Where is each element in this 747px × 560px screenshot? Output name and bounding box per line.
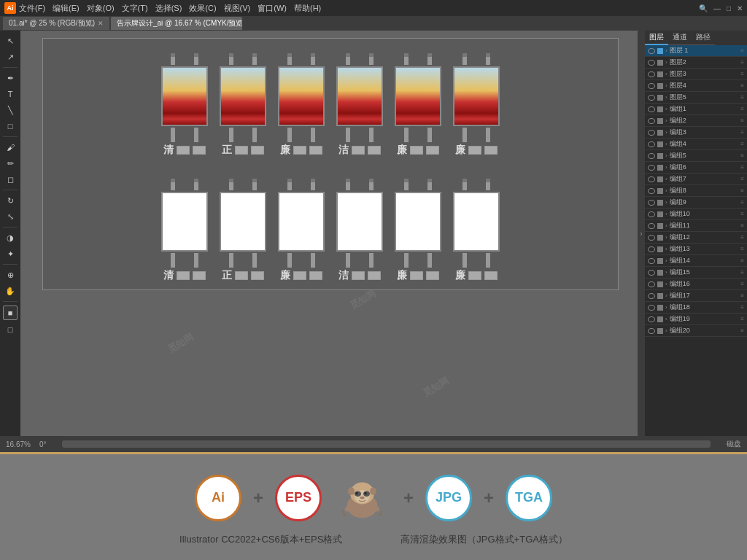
layer-item[interactable]: › 编组2 ≡ — [645, 115, 747, 127]
layer-item[interactable]: › 图层4 ≡ — [645, 80, 747, 92]
pencil-tool[interactable]: ✏ — [3, 156, 18, 171]
layer-menu[interactable]: ≡ — [740, 47, 744, 54]
layer-expand[interactable]: › — [665, 257, 667, 264]
fill-color[interactable]: ■ — [3, 306, 18, 320]
layer-menu[interactable]: ≡ — [740, 59, 744, 66]
layer-expand[interactable]: › — [665, 106, 667, 112]
menu-object[interactable]: 对象(O) — [87, 3, 115, 14]
layer-expand[interactable]: › — [665, 304, 667, 311]
menu-edit[interactable]: 编辑(E) — [53, 3, 80, 14]
layer-expand[interactable]: › — [665, 47, 667, 54]
layer-expand[interactable]: › — [665, 246, 667, 252]
layer-item[interactable]: › 编组19 ≡ — [645, 314, 747, 325]
layer-expand[interactable]: › — [665, 281, 667, 287]
eraser-tool[interactable]: ◻ — [3, 172, 18, 187]
layer-item[interactable]: › 编组15 ≡ — [645, 267, 747, 279]
menu-select[interactable]: 选择(S) — [155, 3, 182, 14]
layer-menu[interactable]: ≡ — [740, 327, 744, 334]
search-icon[interactable]: 🔍 — [699, 4, 708, 12]
layer-item[interactable]: › 编组17 ≡ — [645, 290, 747, 302]
layer-item[interactable]: › 编组3 ≡ — [645, 127, 747, 139]
layer-expand[interactable]: › — [665, 176, 667, 182]
maximize-button[interactable]: □ — [727, 4, 731, 12]
layer-menu[interactable]: ≡ — [740, 304, 744, 311]
layer-expand[interactable]: › — [665, 59, 667, 66]
layer-item[interactable]: › 编组6 ≡ — [645, 162, 747, 174]
layer-expand[interactable]: › — [665, 222, 667, 229]
layer-expand[interactable]: › — [665, 187, 667, 194]
layer-expand[interactable]: › — [665, 129, 667, 136]
layer-item[interactable]: › 图层3 ≡ — [645, 69, 747, 80]
layer-expand[interactable]: › — [665, 141, 667, 147]
minimize-button[interactable]: — — [713, 4, 721, 12]
close-button[interactable]: ✕ — [737, 4, 743, 12]
layer-menu[interactable]: ≡ — [740, 281, 744, 287]
layer-expand[interactable]: › — [665, 316, 667, 322]
layer-item[interactable]: › 编组14 ≡ — [645, 255, 747, 267]
shape-tool[interactable]: □ — [3, 119, 18, 133]
layer-menu[interactable]: ≡ — [740, 164, 744, 171]
layer-item[interactable]: › 图层 1 ≡ — [645, 45, 747, 57]
layer-menu[interactable]: ≡ — [740, 117, 744, 124]
menu-help[interactable]: 帮助(H) — [294, 3, 321, 14]
layer-item[interactable]: › 编组4 ≡ — [645, 139, 747, 150]
layer-menu[interactable]: ≡ — [740, 222, 744, 229]
scale-tool[interactable]: ⤡ — [3, 209, 18, 224]
layer-expand[interactable]: › — [665, 152, 667, 159]
type-tool[interactable]: T — [3, 87, 18, 101]
menu-effect[interactable]: 效果(C) — [189, 3, 216, 14]
layer-menu[interactable]: ≡ — [740, 71, 744, 77]
h-scrollbar[interactable] — [62, 440, 711, 448]
layer-menu[interactable]: ≡ — [740, 246, 744, 252]
eyedropper-tool[interactable]: ✦ — [3, 246, 18, 261]
layer-menu[interactable]: ≡ — [740, 211, 744, 217]
gradient-tool[interactable]: ◑ — [3, 230, 18, 245]
layer-item[interactable]: › 编组20 ≡ — [645, 325, 747, 337]
zoom-tool[interactable]: ⊕ — [3, 268, 18, 282]
tab-1[interactable]: 告示牌设计_ai @ 16.67 % (CMYK/预览) ✕ — [111, 17, 242, 30]
menu-window[interactable]: 窗口(W) — [258, 3, 287, 14]
layer-menu[interactable]: ≡ — [740, 141, 744, 147]
layer-item[interactable]: › 编组11 ≡ — [645, 220, 747, 232]
layer-expand[interactable]: › — [665, 71, 667, 77]
layer-item[interactable]: › 编组16 ≡ — [645, 279, 747, 290]
layer-menu[interactable]: ≡ — [740, 129, 744, 136]
layer-menu[interactable]: ≡ — [740, 82, 744, 89]
layer-expand[interactable]: › — [665, 269, 667, 276]
layer-expand[interactable]: › — [665, 82, 667, 89]
layer-menu[interactable]: ≡ — [740, 152, 744, 159]
direct-selection-tool[interactable]: ↗ — [3, 50, 18, 64]
layer-item[interactable]: › 图层5 ≡ — [645, 92, 747, 104]
line-tool[interactable]: ╲ — [3, 103, 18, 117]
layer-menu[interactable]: ≡ — [740, 292, 744, 299]
pen-tool[interactable]: ✒ — [3, 71, 18, 85]
layer-menu[interactable]: ≡ — [740, 257, 744, 264]
layer-menu[interactable]: ≡ — [740, 199, 744, 206]
layer-expand[interactable]: › — [665, 327, 667, 334]
layer-menu[interactable]: ≡ — [740, 106, 744, 112]
layer-item[interactable]: › 编组9 ≡ — [645, 197, 747, 209]
layer-item[interactable]: › 编组5 ≡ — [645, 150, 747, 162]
hand-tool[interactable]: ✋ — [3, 284, 18, 298]
paintbrush-tool[interactable]: 🖌 — [3, 140, 18, 155]
layer-expand[interactable]: › — [665, 199, 667, 206]
layer-expand[interactable]: › — [665, 234, 667, 241]
menu-file[interactable]: 文件(F) — [19, 3, 45, 14]
menu-type[interactable]: 文字(T) — [122, 3, 148, 14]
layer-menu[interactable]: ≡ — [740, 269, 744, 276]
layer-item[interactable]: › 编组13 ≡ — [645, 244, 747, 255]
tab-paths[interactable]: 路径 — [692, 31, 715, 45]
layer-menu[interactable]: ≡ — [740, 187, 744, 194]
canvas-area[interactable]: 觅知网 觅知网 觅知网 觅知网 觅知网 觅知网 觅知网 觅知网 觅知网 清 — [20, 31, 638, 436]
tab-0[interactable]: 01.ai* @ 25 % (RGB/预览) ✕ — [3, 17, 109, 30]
layer-item[interactable]: › 编组10 ≡ — [645, 209, 747, 220]
layer-expand[interactable]: › — [665, 94, 667, 101]
tab-layers[interactable]: 图层 — [645, 31, 668, 45]
selection-tool[interactable]: ↖ — [3, 34, 18, 48]
layer-expand[interactable]: › — [665, 211, 667, 217]
layer-item[interactable]: › 图层2 ≡ — [645, 57, 747, 69]
layer-item[interactable]: › 编组18 ≡ — [645, 302, 747, 314]
tab-close-0[interactable]: ✕ — [98, 20, 104, 27]
layer-menu[interactable]: ≡ — [740, 316, 744, 322]
layer-menu[interactable]: ≡ — [740, 94, 744, 101]
